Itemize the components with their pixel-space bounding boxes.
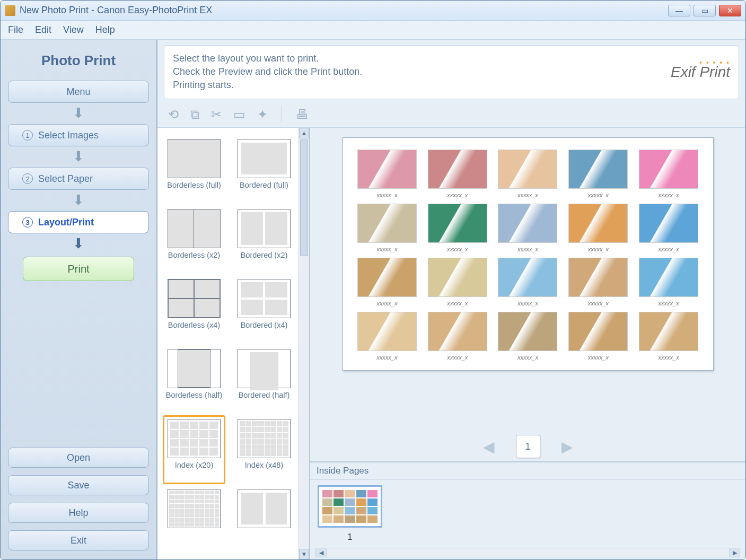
layout-index-x48[interactable]: Index (x48) [233, 415, 295, 484]
pager-current[interactable]: 1 [516, 435, 540, 458]
tool-effects-icon[interactable]: ✦ [257, 107, 268, 122]
nav-step1-button[interactable]: 1Select Images [8, 124, 149, 146]
preview-photo [498, 204, 557, 243]
preview-photo [568, 258, 628, 297]
layout-index-x80[interactable] [163, 485, 225, 533]
preview-photo [357, 312, 417, 351]
layout-extra[interactable] [233, 485, 295, 533]
scroll-down-icon[interactable]: ▼ [299, 549, 309, 559]
preview-photo-caption: xxxxx_x [376, 192, 397, 198]
preview-photo-caption: xxxxx_x [447, 246, 468, 252]
layout-label: Borderless (half) [166, 390, 222, 409]
exit-label: Exit [71, 535, 86, 546]
menu-help[interactable]: Help [95, 24, 115, 36]
layout-label: Borderless (x2) [168, 250, 220, 269]
open-button[interactable]: Open [8, 448, 149, 468]
layout-label: Index (x20) [175, 460, 214, 479]
instructions-panel: Select the layout you want to print. Che… [164, 45, 739, 99]
inside-page-label: 1 [318, 532, 382, 542]
preview-photo-caption: xxxxx_x [376, 246, 397, 252]
inside-pages-panel: Inside Pages 1 ◀ ▶ [310, 461, 745, 559]
preview-photo-caption: xxxxx_x [447, 192, 468, 198]
maximize-button[interactable]: ▭ [694, 5, 716, 16]
exit-button[interactable]: Exit [8, 530, 149, 550]
layout-grid: Borderless (full) Bordered (full) Border… [163, 135, 295, 533]
menu-edit[interactable]: Edit [35, 24, 51, 36]
preview-photo-caption: xxxxx_x [376, 354, 397, 361]
preview-photo-caption: xxxxx_x [517, 354, 538, 361]
layout-index-x20[interactable]: Index (x20) [163, 415, 225, 484]
preview-photo-cell: xxxxx_x [638, 258, 699, 307]
layout-bordered-half[interactable]: Bordered (half) [233, 345, 295, 414]
preview-photo [568, 150, 628, 189]
preview-photo [639, 204, 698, 243]
menubar: File Edit View Help [1, 21, 745, 40]
step1-label: Select Images [38, 130, 99, 141]
preview-photo [568, 312, 628, 351]
layout-borderless-x2[interactable]: Borderless (x2) [163, 205, 225, 274]
layout-borderless-x4[interactable]: Borderless (x4) [163, 275, 225, 344]
minimize-button[interactable]: — [668, 5, 690, 16]
pager-prev-icon[interactable]: ◀ [483, 438, 495, 456]
preview-photo-cell: xxxxx_x [427, 312, 488, 361]
layout-borderless-half[interactable]: Borderless (half) [163, 345, 225, 414]
save-button[interactable]: Save [8, 475, 149, 495]
preview-photo-cell: xxxxx_x [638, 204, 699, 252]
tool-rotate-icon[interactable]: ⟲ [168, 107, 179, 122]
instr-line2: Check the Preview and click the Print bu… [173, 65, 362, 78]
close-button[interactable]: ✕ [719, 5, 741, 16]
inside-page-thumbnail[interactable]: 1 [318, 485, 382, 542]
layout-bordered-full[interactable]: Bordered (full) [233, 135, 295, 204]
nav-step2-button[interactable]: 2Select Paper [8, 168, 149, 190]
scroll-up-icon[interactable]: ▲ [299, 128, 309, 138]
preview-photo [428, 258, 487, 297]
preview-photo-caption: xxxxx_x [517, 192, 538, 198]
layout-scroll: Borderless (full) Bordered (full) Border… [157, 128, 299, 559]
preview-photo-caption: xxxxx_x [588, 354, 609, 361]
client-area: Photo Print Menu ⬇ 1Select Images ⬇ 2Sel… [1, 40, 745, 559]
preview-photo-caption: xxxxx_x [588, 300, 609, 307]
preview-photo-cell: xxxxx_x [357, 150, 418, 198]
preview-photo [639, 258, 698, 297]
pager-next-icon[interactable]: ▶ [561, 438, 573, 456]
layout-bordered-x4[interactable]: Bordered (x4) [233, 275, 295, 344]
menu-view[interactable]: View [63, 24, 84, 36]
layout-scrollbar[interactable]: ▲ ▼ [299, 128, 309, 559]
step3-label: Layout/Print [38, 217, 94, 228]
sidebar-title: Photo Print [6, 45, 151, 80]
layout-label: Borderless (full) [167, 180, 221, 199]
instructions-text: Select the layout you want to print. Che… [173, 52, 362, 92]
step1-number-icon: 1 [22, 130, 33, 141]
preview-photo [639, 150, 698, 189]
scroll-track[interactable] [299, 138, 309, 549]
nav-step3-button[interactable]: 3Layout/Print [8, 211, 149, 233]
content-area: Borderless (full) Bordered (full) Border… [157, 128, 745, 559]
scroll-thumb[interactable] [300, 139, 308, 256]
tool-frame-icon[interactable]: ▭ [233, 107, 245, 122]
preview-photo-caption: xxxxx_x [376, 300, 397, 307]
layout-borderless-full[interactable]: Borderless (full) [163, 135, 225, 204]
menu-file[interactable]: File [8, 24, 23, 36]
tool-crop-icon[interactable]: ✂ [211, 107, 222, 122]
preview-photo [639, 312, 698, 351]
hscroll-track[interactable] [327, 548, 729, 557]
layout-list-panel: Borderless (full) Bordered (full) Border… [157, 128, 310, 559]
hscroll-left-icon[interactable]: ◀ [316, 548, 327, 557]
inside-hscrollbar[interactable]: ◀ ▶ [315, 548, 740, 557]
print-button[interactable]: Print [23, 257, 134, 281]
preview-photo-caption: xxxxx_x [588, 192, 609, 198]
open-label: Open [67, 452, 90, 463]
tool-print-settings-icon[interactable]: 🖶 [296, 107, 309, 122]
layout-bordered-x2[interactable]: Bordered (x2) [233, 205, 295, 274]
help-button[interactable]: Help [8, 503, 149, 523]
preview-photo-caption: xxxxx_x [588, 246, 609, 252]
hscroll-right-icon[interactable]: ▶ [729, 548, 740, 557]
preview-photo-cell: xxxxx_x [568, 150, 629, 198]
preview-photo [498, 258, 557, 297]
preview-photo-cell: xxxxx_x [638, 312, 699, 361]
preview-photo [357, 150, 417, 189]
tool-duplicate-icon[interactable]: ⧉ [190, 107, 199, 122]
nav-menu-button[interactable]: Menu [8, 81, 149, 103]
sidebar: Photo Print Menu ⬇ 1Select Images ⬇ 2Sel… [1, 40, 157, 559]
arrow-down-icon: ⬇ [73, 237, 84, 250]
